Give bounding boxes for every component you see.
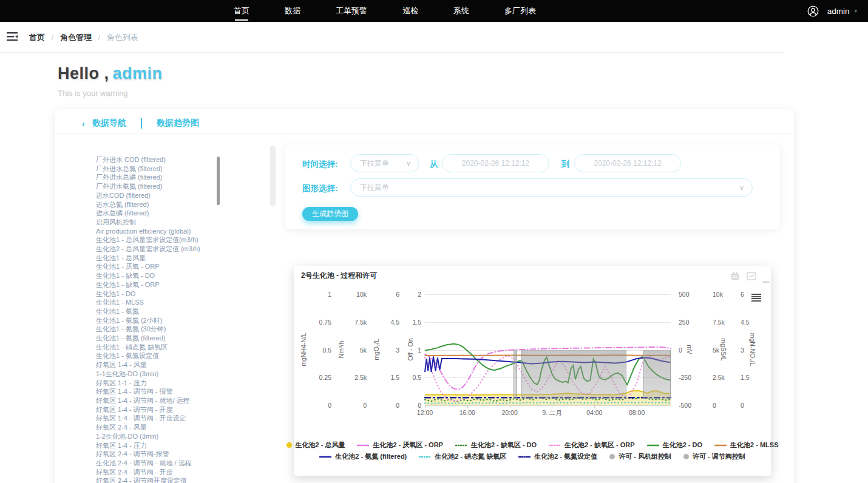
list-item[interactable]: 生化池1 - 缺氧 - DO	[79, 271, 268, 280]
legend-item[interactable]: 生化池2 - 氨氮设定值	[518, 452, 597, 461]
axis-tick-label: 10k	[337, 291, 367, 298]
nav-item-0[interactable]: 首页	[234, 5, 249, 16]
line-chart-icon[interactable]	[747, 272, 756, 283]
legend-item[interactable]: 生化池2 - 氨氮 (filtered)	[319, 452, 407, 461]
list-item[interactable]: 生化池1 - MLSS	[79, 298, 268, 307]
list-item[interactable]: 好氧区 1-4 - 风量	[79, 360, 268, 370]
chart-title: 2号生化池 - 过程和许可	[301, 271, 377, 281]
list-item[interactable]: 厂外进水总氮 (filtered)	[79, 164, 268, 174]
legend-label: 生化池2 - DO	[663, 441, 702, 450]
generate-trend-button[interactable]: 生成趋势图	[302, 207, 358, 221]
time-select-label: 时间选择:	[302, 159, 338, 170]
list-item[interactable]: 生化池1 - 氨氮	[79, 307, 268, 316]
x-axis-tick	[594, 405, 595, 408]
list-item[interactable]: 好氧区 1-4 - 调节阀 - 开度	[79, 405, 268, 414]
list-item[interactable]: 厂外进水氨氮 (filtered)	[79, 182, 268, 191]
legend-item[interactable]: 许可 - 风机组控制	[609, 452, 671, 461]
legend-label: 生化池2 - 硝态氮 缺氧区	[435, 452, 506, 461]
list-item[interactable]: 生化池2 - 总风量需求设定值 (m3/h)	[79, 245, 268, 254]
list-item[interactable]: 生化池1 - 总风量	[79, 254, 268, 263]
axis-title-no3: mgN-NO₃/L	[749, 319, 756, 380]
tab-divider	[141, 118, 142, 129]
axis-tick-label: 0	[397, 402, 421, 409]
dropdown-placeholder: 下拉菜单	[351, 158, 389, 169]
list-item[interactable]: 进水总磷 (filtered)	[79, 209, 268, 218]
from-datetime-value: 2020-02-26 12:12:12	[462, 159, 529, 167]
list-item[interactable]: 好氧区 1-4 - 压力	[79, 441, 268, 450]
list-item[interactable]: 生化池1 - 总风量需求设定值(m3/h)	[79, 235, 268, 245]
user-menu[interactable]: admin ▾	[807, 0, 857, 22]
axis-tick-label: 500	[679, 291, 707, 298]
back-chevron-icon[interactable]: ‹	[82, 118, 85, 129]
nav-item-5[interactable]: 多厂列表	[504, 5, 536, 16]
data-point-list: 厂外进水 COD (filtered)厂外进水总氮 (filtered)厂外进水…	[79, 144, 268, 483]
axis-tick-label: 0	[371, 402, 399, 409]
nav-item-1[interactable]: 数据	[285, 5, 300, 16]
legend-marker-line	[319, 455, 331, 459]
breadcrumb-role-mgmt[interactable]: 角色管理	[60, 33, 92, 42]
legend-item[interactable]: 生化池2 - 总风量	[287, 441, 345, 450]
legend-marker-circle	[683, 454, 689, 459]
list-item[interactable]: 厂外进水总磷 (filtered)	[79, 173, 268, 182]
minimize-icon[interactable]	[762, 275, 770, 286]
permit-band	[643, 350, 671, 399]
permit-band	[521, 350, 626, 399]
breadcrumb-home[interactable]: 首页	[29, 33, 45, 42]
list-item[interactable]: 生化池1 - 厌氧 - ORP	[79, 262, 268, 271]
list-item[interactable]: 生化池1 - 氨氮 (30分钟)	[79, 325, 268, 334]
legend-item[interactable]: 生化池2 - DO	[647, 441, 702, 450]
list-item[interactable]: 好氧区 1-1 - 压力	[79, 379, 268, 388]
list-item[interactable]: 生化池1 - 氨氮 (2小时)	[79, 316, 268, 325]
list-item[interactable]: 生化池1 - DO	[79, 289, 268, 299]
breadcrumb: 首页 / 角色管理 / 角色列表	[29, 32, 138, 43]
axis-title-onoff: Off - On	[407, 319, 414, 380]
list-item[interactable]: 生化池1 - 氨氮设定值	[79, 351, 268, 360]
list-item[interactable]: 进水COD (filtered)	[79, 191, 268, 200]
legend-item[interactable]: 生化池2 - MLSS	[714, 441, 778, 450]
legend-item[interactable]: 生化池2 - 硝态氮 缺氧区	[419, 452, 506, 461]
x-axis-tick	[425, 405, 426, 408]
list-item[interactable]: 好氧区 2-4 - 调节阀 - 开度	[79, 468, 268, 477]
axis-tick-label: 6	[741, 291, 766, 298]
list-item[interactable]: 厂外进水 COD (filtered)	[79, 155, 268, 164]
list-item[interactable]: 好氧区 2-4 - 风量	[79, 423, 268, 432]
tab-data-trend[interactable]: 数据趋势图	[157, 118, 199, 129]
list-item[interactable]: 启用风机控制	[79, 218, 268, 227]
list-item[interactable]: 生化池1 - 缺氧 - ORP	[79, 280, 268, 289]
list-item[interactable]: 好氧区 1-4 - 调节阀 - 就地/ 远程	[79, 396, 268, 405]
sidebar-collapse-icon[interactable]	[6, 32, 18, 44]
list-item[interactable]: 好氧区 2-4 - 调节阀开度设定值	[79, 476, 268, 483]
list-item[interactable]: 生化池1 - 硝态氮 缺氧区	[79, 343, 268, 352]
nav-item-3[interactable]: 巡检	[402, 5, 418, 16]
legend-label: 生化池2 - 缺氧区 - ORP	[565, 441, 635, 450]
legend-marker-line	[714, 444, 727, 447]
time-range-dropdown[interactable]: 下拉菜单 ∨	[350, 154, 419, 172]
graph-select-dropdown[interactable]: 下拉菜单 ∨	[350, 178, 753, 197]
legend-item[interactable]: 生化池2 - 厌氧区 - ORP	[357, 441, 443, 450]
legend-item[interactable]: 生化池2 - 缺氧区 - DO	[455, 441, 537, 450]
legend-item[interactable]: 生化池2 - 缺氧区 - ORP	[549, 441, 635, 450]
list-item[interactable]: 好氧区 2-4 - 调节阀-报警	[79, 450, 268, 459]
calendar-icon[interactable]	[731, 272, 739, 283]
list-item[interactable]: 好氧区 1-4 - 调节阀 - 报警	[79, 387, 268, 396]
list-item[interactable]: 1-2生化池-DO (3min)	[79, 432, 268, 441]
list-scrollbar-thumb[interactable]	[217, 157, 220, 205]
from-datetime-input[interactable]: 2020-02-26 12:12:12	[442, 154, 549, 172]
x-axis-label: 04:00	[573, 409, 615, 416]
list-item[interactable]: 生化池1 - 氨氮 (filtered)	[79, 334, 268, 343]
list-item[interactable]: Air production efficiency (global)	[79, 227, 268, 236]
list-item[interactable]: 好氧区 1-4 - 调节阀 - 开度设定	[79, 414, 268, 423]
list-item[interactable]: 1-1生化池-DO (3min)	[79, 370, 268, 379]
breadcrumb-separator: /	[52, 33, 54, 42]
nav-item-4[interactable]: 系统	[453, 5, 469, 16]
list-item[interactable]: 进水总氮 (filtered)	[79, 200, 268, 209]
list-item[interactable]: 生化池 2-4 - 调节阀 - 就地 / 远程	[79, 459, 268, 468]
legend-item[interactable]: 许可 - 调节阀控制	[683, 452, 745, 461]
to-datetime-input[interactable]: 2020-02-26 12:12:12	[574, 154, 681, 172]
legend-label: 生化池2 - 氨氮设定值	[534, 452, 597, 461]
nav-item-2[interactable]: 工单预警	[336, 5, 367, 16]
x-axis-label: 16:00	[446, 409, 489, 416]
axis-tick-label: 10k	[713, 291, 739, 298]
panel-scrollbar-track[interactable]	[270, 146, 276, 206]
tab-data-nav[interactable]: 数据导航	[92, 118, 126, 129]
